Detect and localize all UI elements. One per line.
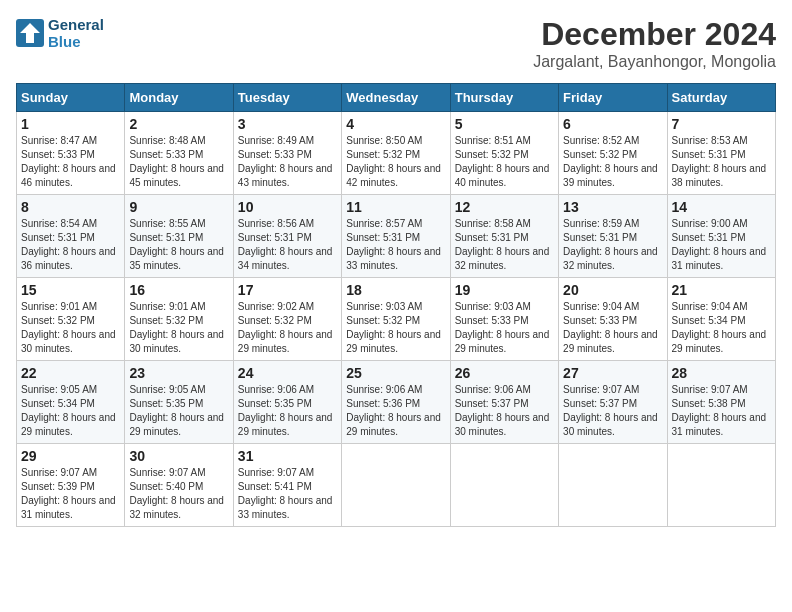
header-day: Friday (559, 84, 667, 112)
calendar-week-row: 1Sunrise: 8:47 AMSunset: 5:33 PMDaylight… (17, 112, 776, 195)
month-title: December 2024 (533, 16, 776, 53)
day-number: 26 (455, 365, 554, 381)
day-info: Sunrise: 9:02 AMSunset: 5:32 PMDaylight:… (238, 300, 337, 356)
day-number: 16 (129, 282, 228, 298)
calendar-cell: 17Sunrise: 9:02 AMSunset: 5:32 PMDayligh… (233, 278, 341, 361)
calendar-cell: 9Sunrise: 8:55 AMSunset: 5:31 PMDaylight… (125, 195, 233, 278)
calendar-cell (450, 444, 558, 527)
day-number: 20 (563, 282, 662, 298)
day-info: Sunrise: 8:51 AMSunset: 5:32 PMDaylight:… (455, 134, 554, 190)
day-info: Sunrise: 9:07 AMSunset: 5:39 PMDaylight:… (21, 466, 120, 522)
day-number: 28 (672, 365, 771, 381)
day-number: 22 (21, 365, 120, 381)
calendar-cell: 21Sunrise: 9:04 AMSunset: 5:34 PMDayligh… (667, 278, 775, 361)
day-info: Sunrise: 8:57 AMSunset: 5:31 PMDaylight:… (346, 217, 445, 273)
day-number: 3 (238, 116, 337, 132)
logo: General Blue (16, 16, 104, 50)
day-number: 23 (129, 365, 228, 381)
calendar-cell: 19Sunrise: 9:03 AMSunset: 5:33 PMDayligh… (450, 278, 558, 361)
calendar-cell: 27Sunrise: 9:07 AMSunset: 5:37 PMDayligh… (559, 361, 667, 444)
header-day: Sunday (17, 84, 125, 112)
day-number: 19 (455, 282, 554, 298)
day-info: Sunrise: 8:56 AMSunset: 5:31 PMDaylight:… (238, 217, 337, 273)
calendar-cell: 31Sunrise: 9:07 AMSunset: 5:41 PMDayligh… (233, 444, 341, 527)
day-number: 31 (238, 448, 337, 464)
day-info: Sunrise: 9:00 AMSunset: 5:31 PMDaylight:… (672, 217, 771, 273)
header-day: Tuesday (233, 84, 341, 112)
calendar-cell: 20Sunrise: 9:04 AMSunset: 5:33 PMDayligh… (559, 278, 667, 361)
header-day: Monday (125, 84, 233, 112)
day-info: Sunrise: 8:47 AMSunset: 5:33 PMDaylight:… (21, 134, 120, 190)
day-number: 5 (455, 116, 554, 132)
title-area: December 2024 Jargalant, Bayanhongor, Mo… (533, 16, 776, 71)
day-number: 11 (346, 199, 445, 215)
calendar-cell: 8Sunrise: 8:54 AMSunset: 5:31 PMDaylight… (17, 195, 125, 278)
calendar-cell (559, 444, 667, 527)
day-info: Sunrise: 8:52 AMSunset: 5:32 PMDaylight:… (563, 134, 662, 190)
calendar-cell (342, 444, 450, 527)
day-number: 25 (346, 365, 445, 381)
day-number: 29 (21, 448, 120, 464)
logo-line1: General (48, 16, 104, 33)
day-number: 8 (21, 199, 120, 215)
day-number: 9 (129, 199, 228, 215)
calendar-week-row: 15Sunrise: 9:01 AMSunset: 5:32 PMDayligh… (17, 278, 776, 361)
day-number: 1 (21, 116, 120, 132)
day-info: Sunrise: 8:58 AMSunset: 5:31 PMDaylight:… (455, 217, 554, 273)
day-number: 24 (238, 365, 337, 381)
calendar-cell: 26Sunrise: 9:06 AMSunset: 5:37 PMDayligh… (450, 361, 558, 444)
day-info: Sunrise: 8:54 AMSunset: 5:31 PMDaylight:… (21, 217, 120, 273)
header-day: Wednesday (342, 84, 450, 112)
calendar-cell: 29Sunrise: 9:07 AMSunset: 5:39 PMDayligh… (17, 444, 125, 527)
calendar-cell: 22Sunrise: 9:05 AMSunset: 5:34 PMDayligh… (17, 361, 125, 444)
calendar-cell: 4Sunrise: 8:50 AMSunset: 5:32 PMDaylight… (342, 112, 450, 195)
day-info: Sunrise: 9:03 AMSunset: 5:33 PMDaylight:… (455, 300, 554, 356)
calendar-cell: 18Sunrise: 9:03 AMSunset: 5:32 PMDayligh… (342, 278, 450, 361)
calendar-cell: 24Sunrise: 9:06 AMSunset: 5:35 PMDayligh… (233, 361, 341, 444)
calendar-table: SundayMondayTuesdayWednesdayThursdayFrid… (16, 83, 776, 527)
day-info: Sunrise: 9:04 AMSunset: 5:33 PMDaylight:… (563, 300, 662, 356)
calendar-cell: 14Sunrise: 9:00 AMSunset: 5:31 PMDayligh… (667, 195, 775, 278)
calendar-cell: 13Sunrise: 8:59 AMSunset: 5:31 PMDayligh… (559, 195, 667, 278)
day-info: Sunrise: 9:01 AMSunset: 5:32 PMDaylight:… (21, 300, 120, 356)
calendar-cell (667, 444, 775, 527)
header-row: SundayMondayTuesdayWednesdayThursdayFrid… (17, 84, 776, 112)
day-number: 12 (455, 199, 554, 215)
calendar-week-row: 29Sunrise: 9:07 AMSunset: 5:39 PMDayligh… (17, 444, 776, 527)
day-number: 17 (238, 282, 337, 298)
calendar-cell: 28Sunrise: 9:07 AMSunset: 5:38 PMDayligh… (667, 361, 775, 444)
day-info: Sunrise: 9:07 AMSunset: 5:37 PMDaylight:… (563, 383, 662, 439)
day-info: Sunrise: 9:07 AMSunset: 5:38 PMDaylight:… (672, 383, 771, 439)
day-info: Sunrise: 9:06 AMSunset: 5:35 PMDaylight:… (238, 383, 337, 439)
day-info: Sunrise: 9:07 AMSunset: 5:40 PMDaylight:… (129, 466, 228, 522)
day-number: 15 (21, 282, 120, 298)
day-info: Sunrise: 8:55 AMSunset: 5:31 PMDaylight:… (129, 217, 228, 273)
location-title: Jargalant, Bayanhongor, Mongolia (533, 53, 776, 71)
day-number: 27 (563, 365, 662, 381)
calendar-week-row: 22Sunrise: 9:05 AMSunset: 5:34 PMDayligh… (17, 361, 776, 444)
calendar-week-row: 8Sunrise: 8:54 AMSunset: 5:31 PMDaylight… (17, 195, 776, 278)
calendar-cell: 25Sunrise: 9:06 AMSunset: 5:36 PMDayligh… (342, 361, 450, 444)
logo-icon (16, 19, 44, 47)
day-number: 13 (563, 199, 662, 215)
day-info: Sunrise: 9:01 AMSunset: 5:32 PMDaylight:… (129, 300, 228, 356)
calendar-header: SundayMondayTuesdayWednesdayThursdayFrid… (17, 84, 776, 112)
header-day: Saturday (667, 84, 775, 112)
day-number: 30 (129, 448, 228, 464)
calendar-cell: 1Sunrise: 8:47 AMSunset: 5:33 PMDaylight… (17, 112, 125, 195)
calendar-cell: 11Sunrise: 8:57 AMSunset: 5:31 PMDayligh… (342, 195, 450, 278)
day-info: Sunrise: 8:50 AMSunset: 5:32 PMDaylight:… (346, 134, 445, 190)
calendar-cell: 5Sunrise: 8:51 AMSunset: 5:32 PMDaylight… (450, 112, 558, 195)
day-number: 6 (563, 116, 662, 132)
logo-line2: Blue (48, 33, 104, 50)
day-number: 4 (346, 116, 445, 132)
day-info: Sunrise: 8:53 AMSunset: 5:31 PMDaylight:… (672, 134, 771, 190)
day-info: Sunrise: 9:06 AMSunset: 5:36 PMDaylight:… (346, 383, 445, 439)
calendar-cell: 3Sunrise: 8:49 AMSunset: 5:33 PMDaylight… (233, 112, 341, 195)
day-number: 7 (672, 116, 771, 132)
day-info: Sunrise: 9:05 AMSunset: 5:34 PMDaylight:… (21, 383, 120, 439)
calendar-cell: 7Sunrise: 8:53 AMSunset: 5:31 PMDaylight… (667, 112, 775, 195)
calendar-cell: 10Sunrise: 8:56 AMSunset: 5:31 PMDayligh… (233, 195, 341, 278)
day-number: 10 (238, 199, 337, 215)
header-day: Thursday (450, 84, 558, 112)
